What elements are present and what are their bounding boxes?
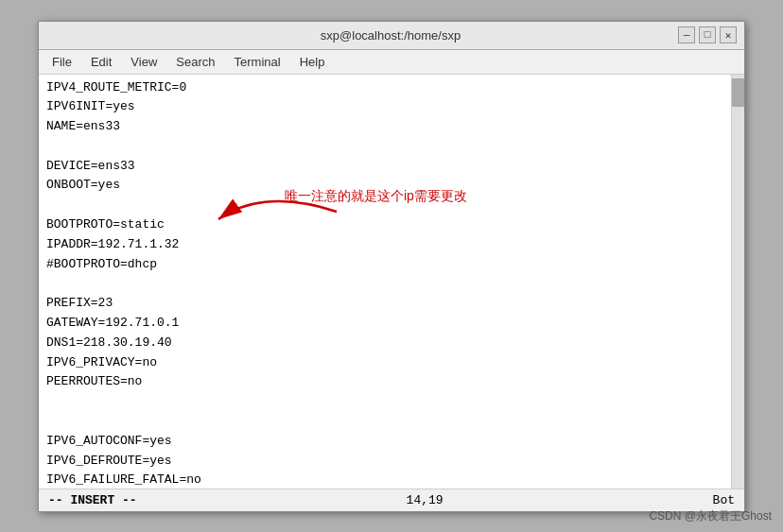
editor-area[interactable]: IPV4_ROUTE_METRIC=0 IPV6INIT=yes NAME=en… [39,75,731,489]
menu-help[interactable]: Help [290,52,335,72]
terminal-window: sxp@localhost:/home/sxp — □ ✕ File Edit … [38,21,745,512]
code-text: IPV4_ROUTE_METRIC=0 IPV6INIT=yes NAME=en… [46,78,723,489]
title-bar: sxp@localhost:/home/sxp — □ ✕ [39,22,744,50]
watermark: CSDN @永夜君王Ghost [649,508,772,524]
cursor-position: 14,19 [407,493,444,507]
menu-edit[interactable]: Edit [81,52,121,72]
menu-bar: File Edit View Search Terminal Help [39,50,744,75]
scrollbar-thumb[interactable] [732,78,744,107]
status-bar: -- INSERT -- 14,19 Bot [39,489,744,511]
window-title: sxp@localhost:/home/sxp [103,28,678,43]
menu-terminal[interactable]: Terminal [225,52,290,72]
menu-view[interactable]: View [121,52,166,72]
maximize-button[interactable]: □ [699,26,716,43]
menu-file[interactable]: File [43,52,81,72]
content-area: IPV4_ROUTE_METRIC=0 IPV6INIT=yes NAME=en… [39,75,744,489]
minimize-button[interactable]: — [678,26,695,43]
menu-search[interactable]: Search [166,52,224,72]
editor-mode: -- INSERT -- [48,493,137,507]
close-button[interactable]: ✕ [720,26,737,43]
window-controls: — □ ✕ [678,26,737,43]
scroll-position: Bot [713,493,735,507]
scrollbar[interactable] [731,75,744,489]
